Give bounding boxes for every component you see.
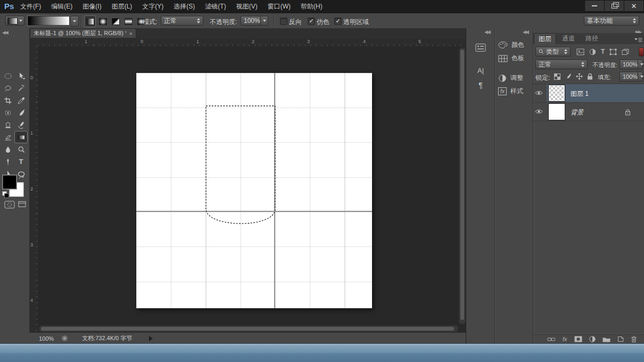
vertical-ruler[interactable]: 0 1 2 3 4	[29, 46, 38, 332]
panel-grip[interactable]	[473, 36, 488, 37]
adjustments-panel-button[interactable]: 调整	[498, 73, 523, 83]
collapse-dock-icon[interactable]: ◀◀	[484, 29, 490, 35]
collapse-toolbar-icon[interactable]: ◀◀	[2, 30, 7, 35]
horizontal-ruler[interactable]: 1 0 1 2 3 4 5	[38, 38, 466, 47]
document-size-info[interactable]: 文档:732.4K/0 字节	[82, 334, 132, 342]
collapse-strip-icon[interactable]: ◀◀	[523, 29, 528, 35]
options-grip[interactable]	[2, 15, 3, 27]
layer-row-1[interactable]: 图层 1	[533, 84, 644, 102]
menu-view[interactable]: 视图(V)	[236, 2, 258, 11]
blend-mode-select[interactable]: 正常	[161, 16, 203, 26]
gradient-preview[interactable]	[28, 16, 70, 26]
tool-clone-stamp[interactable]	[1, 119, 14, 131]
visibility-eye-icon[interactable]	[535, 109, 543, 114]
restore-button[interactable]	[604, 0, 624, 12]
tool-history-brush[interactable]	[14, 119, 28, 131]
tool-eraser[interactable]	[1, 131, 14, 143]
layer-opacity-select[interactable]: 100%	[620, 60, 643, 69]
layer-style-fx-icon[interactable]: fx	[563, 336, 567, 342]
menu-window[interactable]: 窗口(W)	[268, 2, 291, 11]
default-colors-icon-front[interactable]	[4, 193, 9, 198]
lock-pixels-icon[interactable]	[565, 73, 572, 80]
tool-preset-picker[interactable]	[5, 16, 24, 26]
status-profile-icon[interactable]	[61, 335, 68, 342]
workspace-select[interactable]: 基本功能	[584, 16, 639, 26]
new-layer-icon[interactable]	[617, 336, 624, 342]
vertical-scrollbar-thumb[interactable]	[460, 50, 464, 320]
menu-image[interactable]: 图像(I)	[82, 2, 101, 11]
tool-gradient[interactable]	[14, 131, 28, 143]
status-options-arrow-icon[interactable]	[149, 336, 153, 341]
fill-select[interactable]: 100%	[620, 72, 643, 81]
menu-type[interactable]: 文字(Y)	[142, 2, 163, 11]
layer-thumbnail[interactable]	[549, 104, 565, 120]
filter-shape-layers-icon[interactable]	[609, 48, 617, 55]
selection-marquee[interactable]	[136, 73, 372, 308]
tab-close-icon[interactable]: ×	[129, 30, 133, 37]
minimize-button[interactable]	[584, 0, 605, 12]
lock-all-icon[interactable]	[587, 73, 593, 80]
delete-layer-trash-icon[interactable]	[631, 336, 637, 342]
layer-name[interactable]: 图层 1	[571, 89, 589, 98]
panel-grip[interactable]	[507, 69, 522, 70]
tool-blur[interactable]	[1, 143, 14, 155]
radial-gradient-button[interactable]	[97, 15, 109, 27]
lock-position-icon[interactable]	[576, 73, 583, 80]
foreground-color-swatch[interactable]	[3, 175, 16, 189]
new-group-folder-icon[interactable]	[602, 336, 610, 342]
menu-edit[interactable]: 编辑(E)	[51, 2, 72, 11]
tab-paths[interactable]: 路径	[581, 33, 603, 44]
tool-move[interactable]	[14, 70, 28, 82]
tool-eyedropper[interactable]	[14, 94, 28, 106]
filter-toggle-switch[interactable]	[639, 47, 644, 56]
opacity-select[interactable]: 100%	[241, 16, 268, 26]
document-tab[interactable]: 未标题-1 @ 100% (图层 1, RGB/8) * ×	[30, 28, 136, 38]
menu-help[interactable]: 帮助(H)	[301, 2, 323, 11]
toolbar-grip[interactable]	[7, 36, 21, 37]
layer-filter-select[interactable]: 类型	[535, 47, 571, 56]
layer-name[interactable]: 背景	[571, 108, 583, 117]
tool-crop[interactable]	[1, 94, 14, 106]
zoom-level-field[interactable]: 100%	[39, 335, 54, 342]
swatches-panel-button[interactable]: 色板	[498, 54, 524, 63]
paragraph-panel-icon[interactable]: ¶	[472, 78, 489, 92]
panel-grip[interactable]	[507, 36, 522, 37]
new-adjustment-layer-icon[interactable]	[589, 336, 596, 342]
filter-smart-objects-icon[interactable]	[622, 48, 629, 55]
horizontal-scrollbar[interactable]	[39, 325, 458, 332]
tab-layers[interactable]: 图层	[534, 33, 556, 44]
filter-type-layers-icon[interactable]: T	[601, 48, 605, 55]
angle-gradient-button[interactable]	[110, 15, 121, 27]
tool-lasso[interactable]	[1, 82, 14, 94]
character-panel-icon[interactable]: A|	[472, 63, 489, 77]
close-button[interactable]: ✕	[624, 0, 644, 12]
panel-grip[interactable]	[473, 59, 488, 60]
layer-thumbnail[interactable]	[549, 85, 565, 101]
menu-file[interactable]: 文件(F)	[20, 2, 41, 11]
canvas[interactable]	[136, 73, 372, 308]
menu-select[interactable]: 选择(S)	[174, 2, 195, 11]
dither-checkbox[interactable]: ✓	[308, 18, 315, 25]
history-panel-icon[interactable]	[472, 40, 489, 55]
layer-blend-mode-select[interactable]: 正常	[535, 60, 588, 69]
swap-colors-icon[interactable]	[18, 174, 26, 183]
screen-mode-button[interactable]	[17, 200, 28, 209]
menu-layer[interactable]: 图层(L)	[112, 2, 133, 11]
tool-type[interactable]: T	[14, 155, 28, 168]
add-layer-mask-icon[interactable]	[574, 336, 582, 342]
lock-transparency-icon[interactable]	[554, 73, 560, 80]
panel-menu-icon[interactable]	[634, 36, 642, 45]
quick-mask-button[interactable]	[3, 200, 16, 209]
styles-panel-button[interactable]: fx 样式	[498, 87, 523, 96]
gradient-picker-arrow[interactable]	[70, 16, 79, 27]
linear-gradient-button[interactable]	[84, 15, 96, 27]
visibility-eye-icon[interactable]	[535, 90, 543, 96]
tool-dodge[interactable]	[14, 143, 28, 155]
filter-adjustment-layers-icon[interactable]	[589, 48, 596, 55]
menu-filter[interactable]: 滤镜(T)	[205, 2, 226, 11]
vertical-scrollbar[interactable]	[459, 47, 466, 324]
filter-pixel-layers-icon[interactable]	[576, 48, 584, 55]
color-panel-button[interactable]: 颜色	[498, 40, 524, 50]
tab-channels[interactable]: 通道	[557, 33, 580, 44]
tool-pen[interactable]	[1, 155, 14, 168]
